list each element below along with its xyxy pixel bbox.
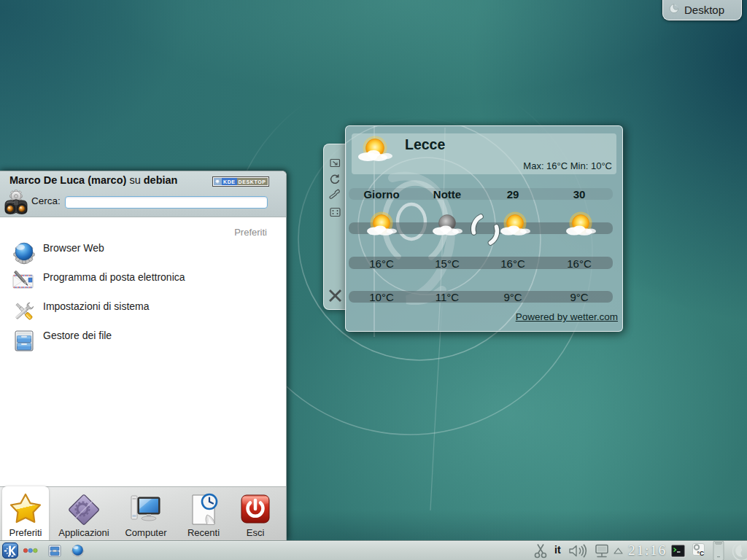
svg-text:°C: °C	[697, 550, 705, 557]
